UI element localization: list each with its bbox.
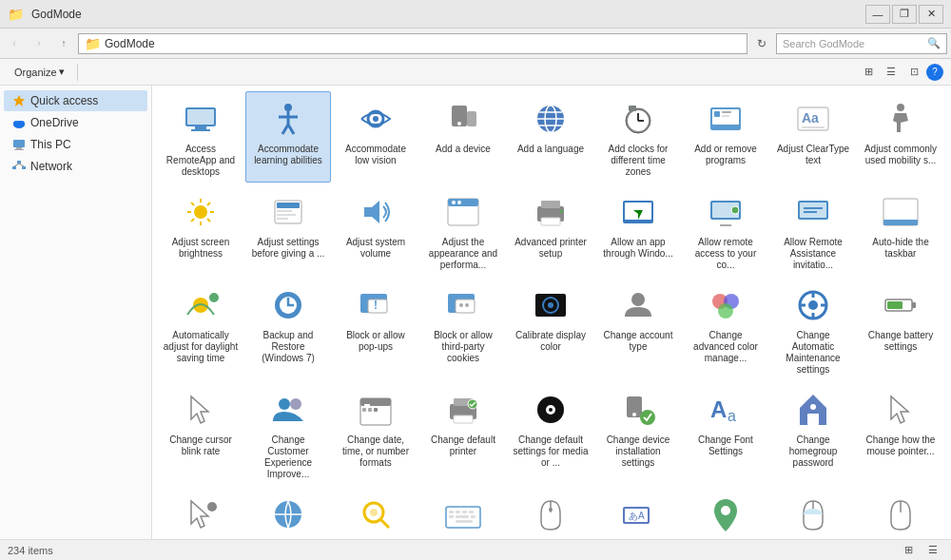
icon-image-printer — [528, 189, 573, 235]
icon-item-homegroup[interactable]: Change homegroup password — [770, 382, 856, 485]
icon-item-cookies[interactable]: Block or allow third-party cookies — [420, 278, 506, 380]
icon-image-maintenance — [790, 282, 836, 328]
icon-image-remote2 — [703, 189, 748, 235]
icon-item-printer[interactable]: Advanced printer setup — [508, 184, 593, 276]
icon-item-dateformat[interactable]: Change date, time, or number formats — [333, 382, 418, 485]
icon-label-remote2: Allow remote access to your co... — [688, 237, 764, 271]
svg-marker-0 — [13, 95, 25, 106]
svg-rect-58 — [277, 218, 288, 220]
icon-item-firewall[interactable]: Allow an app through Windo... — [595, 184, 681, 276]
icon-item-mousepointer[interactable]: Change how the mouse pointer... — [858, 382, 943, 485]
icon-item-colormanage[interactable]: Change advanced color manage... — [683, 278, 768, 380]
icon-item-calibrate[interactable]: Calibrate display color — [508, 278, 593, 380]
icon-item-location[interactable]: Change location — [683, 487, 768, 539]
svg-text:Aa: Aa — [802, 110, 819, 126]
main-layout: Quick access OneDrive This PC Network Ac… — [0, 86, 951, 539]
icon-item-input[interactable]: あAChange input methods — [595, 487, 681, 539]
icon-item-battery[interactable]: Change battery settings — [858, 278, 943, 380]
icon-item-remote2[interactable]: Allow remote access to your co... — [683, 184, 768, 276]
icon-item-webpage[interactable]: Change how web pages are displayed... — [245, 487, 331, 539]
svg-point-72 — [731, 206, 739, 214]
icon-item-clock[interactable]: Add clocks for different time zones — [595, 91, 681, 183]
icon-item-cleartype[interactable]: AaAdjust ClearType text — [770, 91, 856, 183]
icon-item-defprinter[interactable]: Change default printer — [420, 382, 506, 485]
close-button[interactable]: ✕ — [919, 5, 943, 24]
icon-item-language[interactable]: Add a language — [508, 91, 593, 183]
icon-item-remote[interactable]: Access RemoteApp and desktops — [158, 91, 243, 183]
icon-item-popups[interactable]: !Block or allow pop-ups — [333, 278, 418, 380]
icon-label-programs: Add or remove programs — [688, 144, 764, 166]
icon-image-mouseset — [878, 492, 923, 537]
address-field[interactable]: 📁 GodMode — [78, 33, 747, 54]
icon-item-assistance[interactable]: Allow Remote Assistance invitatio... — [770, 184, 856, 276]
status-view-btn-2[interactable]: ☰ — [922, 540, 943, 561]
status-view-btn-1[interactable]: ⊞ — [898, 540, 919, 561]
svg-point-115 — [549, 408, 553, 412]
address-text: GodMode — [105, 37, 155, 50]
svg-line-10 — [14, 164, 19, 166]
icon-item-brightness[interactable]: Adjust screen brightness — [158, 184, 243, 276]
view-icons-button[interactable]: ⊡ — [903, 62, 924, 83]
icon-image-mouse2 — [528, 492, 573, 537]
icon-label-accessibility: Accommodate learning abilities — [250, 144, 326, 166]
icon-item-media[interactable]: Change default settings for media or ... — [508, 382, 593, 485]
forward-button[interactable]: › — [29, 33, 49, 54]
icon-item-lowvision[interactable]: Accommodate low vision — [333, 91, 418, 183]
sidebar-item-this-pc[interactable]: This PC — [4, 134, 147, 155]
back-button[interactable]: ‹ — [4, 33, 25, 54]
icon-item-cursor[interactable]: Change cursor blink rate — [158, 382, 243, 485]
icon-item-mouseclick[interactable]: Change mouse click settings — [770, 487, 856, 539]
network-icon — [11, 159, 27, 174]
maximize-button[interactable]: ❐ — [892, 5, 917, 24]
icon-item-volume[interactable]: Adjust system volume — [333, 184, 418, 276]
search-box[interactable]: Search GodMode 🔍 — [776, 33, 947, 54]
icon-image-battery — [878, 282, 923, 328]
svg-rect-24 — [467, 111, 476, 126]
help-button[interactable]: ? — [926, 64, 943, 81]
up-button[interactable]: ↑ — [53, 33, 74, 54]
view-details-button[interactable]: ⊞ — [858, 62, 879, 83]
icon-item-maintenance[interactable]: Change Automatic Maintenance settings — [770, 278, 856, 380]
search-icon: 🔍 — [927, 37, 941, 49]
icon-image-dateformat — [353, 387, 398, 433]
icon-label-devinstall: Change device installation settings — [600, 434, 676, 469]
icon-item-accessibility[interactable]: Accommodate learning abilities — [245, 91, 331, 183]
icon-item-mouse2[interactable]: Change how your mouse works — [508, 487, 593, 539]
icon-item-devinstall[interactable]: Change device installation settings — [595, 382, 681, 485]
folder-icon: 📁 — [8, 7, 24, 22]
icon-item-mouselook[interactable]: Change how the mouse pointer lo... — [158, 487, 243, 539]
icon-item-winsearch[interactable]: Change how Windows searches — [333, 487, 418, 539]
icon-item-font[interactable]: AaChange Font Settings — [683, 382, 768, 485]
svg-rect-98 — [912, 302, 916, 308]
minimize-button[interactable]: — — [865, 5, 890, 24]
organize-button[interactable]: Organize ▾ — [8, 62, 71, 83]
svg-point-94 — [718, 303, 733, 319]
view-list-button[interactable]: ☰ — [881, 62, 902, 83]
icon-image-mouseclick — [790, 492, 836, 537]
sidebar-item-onedrive[interactable]: OneDrive — [4, 112, 147, 133]
icon-item-mobility[interactable]: Adjust commonly used mobility s... — [858, 91, 943, 183]
icon-item-keyboard2[interactable]: Change how your keyboard works — [420, 487, 506, 539]
icon-item-appearance[interactable]: Adjust the appearance and performa... — [420, 184, 506, 276]
icon-label-maintenance: Change Automatic Maintenance settings — [775, 330, 851, 376]
svg-point-44 — [897, 104, 904, 111]
icon-item-device[interactable]: Add a device — [420, 91, 506, 183]
icon-item-daylight[interactable]: Automatically adjust for daylight saving… — [158, 278, 243, 380]
icon-item-backup[interactable]: Backup and Restore (Windows 7) — [245, 278, 331, 380]
icon-image-device — [440, 96, 486, 142]
svg-point-16 — [284, 104, 292, 111]
icon-item-customer[interactable]: Change Customer Experience Improve... — [245, 382, 331, 485]
icon-item-account[interactable]: Change account type — [595, 278, 681, 380]
svg-rect-4 — [13, 140, 25, 147]
icon-item-settings[interactable]: Adjust settings before giving a ... — [245, 184, 331, 276]
icon-item-programs[interactable]: Add or remove programs — [683, 91, 768, 183]
icon-label-customer: Change Customer Experience Improve... — [250, 434, 326, 480]
svg-rect-5 — [16, 147, 22, 149]
icon-item-taskbar[interactable]: Auto-hide the taskbar — [858, 184, 943, 276]
sidebar-item-quick-access[interactable]: Quick access — [4, 90, 147, 111]
icon-item-mouseset[interactable]: Change mouse settings — [858, 487, 943, 539]
toolbar-separator — [77, 64, 78, 81]
refresh-button[interactable]: ↻ — [751, 33, 772, 54]
sidebar-item-network[interactable]: Network — [4, 156, 147, 177]
icon-label-firewall: Allow an app through Windo... — [600, 237, 676, 260]
